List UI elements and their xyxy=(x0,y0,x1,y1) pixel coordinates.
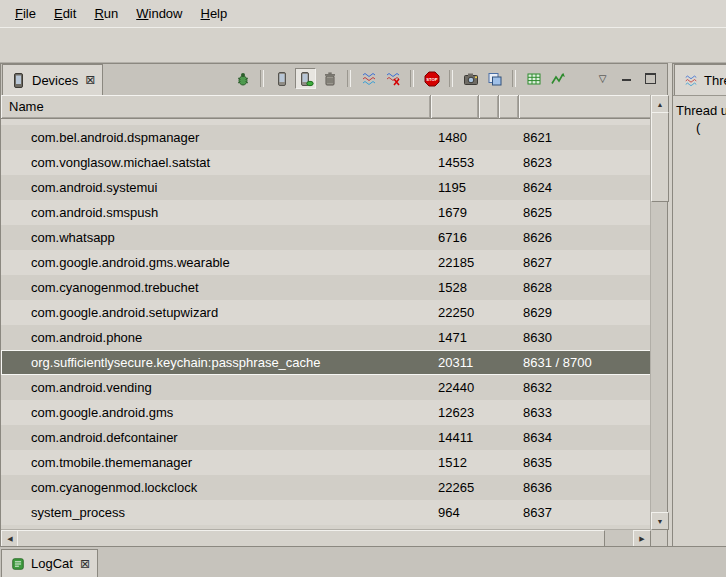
cell-c3 xyxy=(479,375,499,400)
device-process-table: Name com.bel.android.dspmanager14808621c… xyxy=(1,95,667,546)
cause-gc-icon[interactable] xyxy=(319,68,340,89)
column-header-port[interactable] xyxy=(519,95,651,119)
cell-pid: 1471 xyxy=(431,325,479,350)
threads-off-icon[interactable] xyxy=(382,68,403,89)
devices-toolbar: STOP ▽ xyxy=(232,68,661,89)
cell-port: 8621 xyxy=(519,125,651,150)
cell-port: 8630 xyxy=(519,325,651,350)
logcat-bar: LogCat ⊠ xyxy=(0,546,726,577)
cell-name: com.android.vending xyxy=(1,375,431,400)
cell-port: 8627 xyxy=(519,250,651,275)
cell-name: system_process xyxy=(1,500,431,525)
column-header-3[interactable] xyxy=(479,95,499,119)
maximize-icon[interactable] xyxy=(640,68,661,89)
table-row[interactable]: com.vonglasow.michael.satstat145538623 xyxy=(1,150,651,175)
cell-pid: 22185 xyxy=(431,250,479,275)
update-threads-icon[interactable] xyxy=(358,68,379,89)
stop-process-icon[interactable]: STOP xyxy=(421,68,442,89)
table-row[interactable]: system_process9648637 xyxy=(1,500,651,525)
minimize-icon[interactable] xyxy=(616,68,637,89)
cell-name: com.cyanogenmod.trebuchet xyxy=(1,275,431,300)
tab-devices[interactable]: Devices ⊠ xyxy=(2,64,103,95)
device-icon[interactable] xyxy=(271,68,292,89)
table-header: Name xyxy=(1,95,651,119)
cell-name: org.sufficientlysecure.keychain:passphra… xyxy=(1,350,431,375)
table-row[interactable]: com.bel.android.dspmanager14808621 xyxy=(1,125,651,150)
cell-pid: 12623 xyxy=(431,400,479,425)
menu-run[interactable]: Run xyxy=(85,3,127,24)
cell-c3 xyxy=(479,200,499,225)
scroll-up-icon[interactable]: ▲ xyxy=(651,95,669,113)
grid-capture-icon[interactable] xyxy=(523,68,544,89)
table-row[interactable]: com.android.phone14718630 xyxy=(1,325,651,350)
tab-logcat[interactable]: LogCat ⊠ xyxy=(1,549,98,577)
tab-threads[interactable]: Threads xyxy=(674,64,726,95)
menu-edit[interactable]: Edit xyxy=(45,3,85,24)
cell-port: 8623 xyxy=(519,150,651,175)
table-row[interactable]: com.cyanogenmod.lockclock222658636 xyxy=(1,475,651,500)
screen-capture-icon[interactable] xyxy=(460,68,481,89)
column-header-4[interactable] xyxy=(499,95,519,119)
threads-message-line1: Thread up xyxy=(676,102,726,119)
table-row[interactable]: org.sufficientlysecure.keychain:passphra… xyxy=(1,350,651,375)
toolbar-separator xyxy=(512,70,516,87)
menu-help[interactable]: Help xyxy=(191,3,236,24)
table-row[interactable]: com.android.systemui11958624 xyxy=(1,175,651,200)
table-row[interactable]: com.android.smspush16798625 xyxy=(1,200,651,225)
cell-port: 8626 xyxy=(519,225,651,250)
debug-bug-icon[interactable] xyxy=(232,68,253,89)
cell-c4 xyxy=(499,275,519,300)
cell-c4 xyxy=(499,300,519,325)
table-row[interactable]: com.whatsapp67168626 xyxy=(1,225,651,250)
cell-name: com.tmobile.thememanager xyxy=(1,450,431,475)
column-header-pid[interactable] xyxy=(431,95,479,119)
cell-name: com.cyanogenmod.lockclock xyxy=(1,475,431,500)
toolbar-separator xyxy=(449,70,453,87)
vertical-scrollbar[interactable]: ▲ ▼ xyxy=(650,95,667,530)
device-table-rows: com.bel.android.dspmanager14808621com.vo… xyxy=(1,119,651,530)
menu-window[interactable]: Window xyxy=(127,3,191,24)
logcat-tab-icon xyxy=(9,555,26,572)
toolbar-separator xyxy=(347,70,351,87)
close-icon[interactable]: ⊠ xyxy=(85,73,95,87)
threads-panel: Threads Thread up ( xyxy=(672,63,726,547)
table-row[interactable]: com.android.defcontainer144118634 xyxy=(1,425,651,450)
table-row[interactable]: com.cyanogenmod.trebuchet15288628 xyxy=(1,275,651,300)
tab-devices-label: Devices xyxy=(32,73,78,88)
update-heap-icon[interactable] xyxy=(295,68,316,89)
cell-pid: 1512 xyxy=(431,450,479,475)
table-row[interactable]: com.google.android.gms.wearable221858627 xyxy=(1,250,651,275)
cell-pid: 22440 xyxy=(431,375,479,400)
cell-c3 xyxy=(479,450,499,475)
tracer-icon[interactable] xyxy=(547,68,568,89)
scrollbar-corner xyxy=(651,530,667,546)
close-icon[interactable]: ⊠ xyxy=(80,557,90,571)
cell-port: 8629 xyxy=(519,300,651,325)
cell-port: 8624 xyxy=(519,175,651,200)
tab-logcat-label: LogCat xyxy=(31,556,73,571)
cell-name: com.bel.android.dspmanager xyxy=(1,125,431,150)
vertical-scroll-thumb[interactable] xyxy=(651,112,669,202)
table-row[interactable]: com.tmobile.thememanager15128635 xyxy=(1,450,651,475)
svg-text:STOP: STOP xyxy=(426,77,438,82)
column-header-name[interactable]: Name xyxy=(1,95,431,119)
threads-tabbar: Threads xyxy=(673,64,726,96)
view-hierarchy-icon[interactable] xyxy=(484,68,505,89)
horizontal-scrollbar[interactable]: ◀ ▶ xyxy=(1,529,651,546)
cell-c4 xyxy=(499,200,519,225)
cell-c4 xyxy=(499,225,519,250)
table-row[interactable]: com.google.android.gms126238633 xyxy=(1,400,651,425)
scroll-down-icon[interactable]: ▼ xyxy=(651,512,669,530)
tab-threads-label: Threads xyxy=(704,73,726,88)
cell-pid: 14411 xyxy=(431,425,479,450)
cell-name: com.vonglasow.michael.satstat xyxy=(1,150,431,175)
table-row[interactable]: com.android.vending224408632 xyxy=(1,375,651,400)
main-area: Devices ⊠ xyxy=(0,63,726,547)
menu-file[interactable]: File xyxy=(6,3,45,24)
cell-c4 xyxy=(499,125,519,150)
table-row[interactable]: com.google.android.setupwizard222508629 xyxy=(1,300,651,325)
cell-port: 8634 xyxy=(519,425,651,450)
cell-port: 8637 xyxy=(519,500,651,525)
view-menu-icon[interactable]: ▽ xyxy=(592,68,613,89)
device-tab-icon xyxy=(10,72,27,89)
